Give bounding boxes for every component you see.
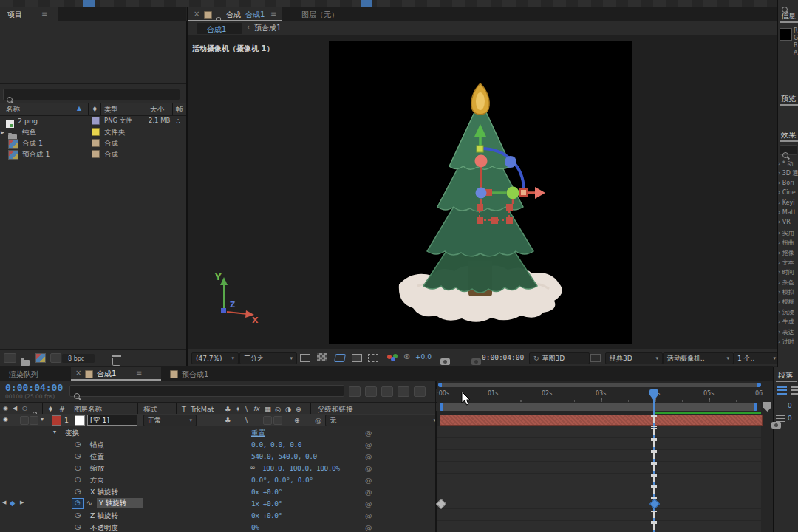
property-row-z-rotation[interactable]: ◷ Z 轴旋转 0x +0.0° @ xyxy=(0,509,436,521)
quality-switch[interactable]: \ xyxy=(245,416,248,424)
reset-link[interactable]: 重置 xyxy=(251,429,265,438)
col-trkmat[interactable]: TrkMat xyxy=(191,405,214,413)
channel-color-icon[interactable] xyxy=(387,355,392,359)
keyframe-add-icon[interactable]: ◆ xyxy=(10,499,15,507)
comp-marker-icon[interactable] xyxy=(771,422,781,429)
blend-mode-dropdown[interactable]: 正常 ▾ xyxy=(143,415,197,426)
property-name-highlight[interactable]: Y 轴旋转 xyxy=(97,498,143,508)
pickwhip-icon[interactable]: @ xyxy=(365,511,372,519)
property-row-x-rotation[interactable]: ◷ X 轴旋转 0x +0.0° @ xyxy=(0,485,436,497)
indent-right-value[interactable]: 0 xyxy=(788,415,792,422)
view-layout-dropdown[interactable]: 活动摄像机.. ▾ xyxy=(663,352,734,364)
shy-switch[interactable]: ♣ xyxy=(225,416,231,424)
property-name[interactable]: 不透明度 xyxy=(90,523,118,532)
sort-asc-icon[interactable]: ▲ xyxy=(77,105,81,112)
hide-shy-layers-toggle[interactable] xyxy=(381,386,393,397)
stopwatch-icon[interactable]: ◷ xyxy=(75,463,81,471)
preview-timecode[interactable]: 0:00:04:00 xyxy=(482,353,524,361)
new-composition-button[interactable] xyxy=(35,353,46,363)
bpc-button[interactable]: 8 bpc xyxy=(62,354,95,363)
expander-icon[interactable]: ▸ xyxy=(1,128,4,136)
label-swatch[interactable] xyxy=(92,117,100,125)
exposure-value[interactable]: +0.0 xyxy=(415,353,432,361)
effects-category[interactable]: › 3D 通 xyxy=(778,169,798,179)
close-icon[interactable]: × xyxy=(75,369,81,377)
layer-tab[interactable]: 图层（无） xyxy=(301,10,338,20)
effects-category[interactable]: › VR xyxy=(778,219,798,228)
layer-name-box[interactable]: [空 1] xyxy=(87,415,137,426)
label-swatch[interactable] xyxy=(92,150,100,158)
project-tab[interactable]: 项目 ≡ xyxy=(0,7,58,21)
work-area-bar[interactable] xyxy=(440,403,757,411)
effects-category[interactable]: › 模糊 xyxy=(778,298,798,307)
property-value[interactable]: 0% xyxy=(251,523,259,531)
crop-region-button[interactable] xyxy=(368,354,378,362)
toolbar-active-tool-highlight[interactable] xyxy=(83,0,95,7)
effects-category[interactable]: › 文本 xyxy=(778,259,798,268)
pickwhip-icon[interactable]: @ xyxy=(365,452,372,460)
effects-panel-tab[interactable]: 效果 xyxy=(781,130,796,140)
property-value[interactable]: 0x +0.0° xyxy=(251,488,282,496)
property-name[interactable]: 方向 xyxy=(90,476,104,485)
project-settings-button[interactable] xyxy=(50,353,61,363)
pickwhip-icon[interactable]: @ xyxy=(365,429,372,437)
effects-category[interactable]: › Keyi xyxy=(778,200,798,209)
effects-category[interactable]: › 时间 xyxy=(778,268,798,278)
fast-previews-button[interactable] xyxy=(300,354,310,362)
align-center-button[interactable] xyxy=(791,386,798,395)
layer-color-swatch[interactable] xyxy=(52,415,61,426)
col-name[interactable]: 名称 xyxy=(6,105,20,115)
breadcrumb-active[interactable]: 合成1 xyxy=(197,23,242,34)
paragraph-panel-tab[interactable]: 段落 xyxy=(778,370,793,381)
property-name[interactable]: Z 轴旋转 xyxy=(90,511,118,521)
link-icon[interactable]: ∞ xyxy=(250,463,256,471)
property-value[interactable]: 0.0°, 0.0°, 0.0° xyxy=(251,476,313,484)
project-row-precomp1[interactable]: 预合成 1 合成 xyxy=(0,149,186,160)
parent-pickwhip-icon[interactable]: @ xyxy=(315,416,322,424)
work-area-end-handle[interactable] xyxy=(754,403,757,411)
indent-left-value[interactable]: 0 xyxy=(788,402,792,409)
property-group-transform[interactable]: ▾ 变换 重置 @ xyxy=(0,426,436,438)
pickwhip-icon[interactable]: @ xyxy=(365,488,372,496)
property-row-anchor[interactable]: ◷ 锚点 0.0, 0.0, 0.0 @ xyxy=(0,438,436,450)
region-of-interest-button[interactable] xyxy=(352,354,362,362)
property-value[interactable]: 100.0, 100.0, 100.0% xyxy=(262,464,339,472)
panel-menu-icon[interactable]: ≡ xyxy=(136,369,142,377)
transparency-grid-button[interactable] xyxy=(317,353,327,361)
pickwhip-icon[interactable]: @ xyxy=(365,523,372,531)
frame-blending-toggle[interactable] xyxy=(398,386,409,397)
stopwatch-icon[interactable]: ◷ xyxy=(75,451,81,460)
effects-category[interactable]: › 抠像 xyxy=(778,249,798,259)
composition-view[interactable] xyxy=(329,41,632,344)
precomp-tab[interactable]: 预合成1 xyxy=(182,369,208,380)
navigator-start-handle[interactable] xyxy=(438,383,442,387)
property-value[interactable]: 540.0, 540.0, 0.0 xyxy=(251,452,317,460)
draft-3d-button[interactable]: ↻ 草图3D xyxy=(529,352,590,364)
panel-menu-icon[interactable]: ≡ xyxy=(41,10,47,18)
label-column-icon[interactable]: ♦ xyxy=(92,105,98,113)
snapshot-icon[interactable] xyxy=(440,358,450,365)
motion-blur-toggle[interactable] xyxy=(414,386,426,397)
switch-cell[interactable] xyxy=(263,416,272,425)
keyframe-next-icon[interactable]: ▶ xyxy=(20,499,24,505)
group-name[interactable]: 变换 xyxy=(65,429,79,438)
project-row-png[interactable]: 2.png PNG 文件 2.1 MB ∴ xyxy=(0,115,186,126)
composition-mini-flowchart-button[interactable] xyxy=(349,386,361,397)
property-name[interactable]: 锚点 xyxy=(90,440,104,450)
audio-cell[interactable] xyxy=(20,416,29,425)
layer-expander-icon[interactable]: ▾ xyxy=(41,416,44,423)
draft-3d-toggle[interactable] xyxy=(365,386,377,397)
layer-row[interactable]: ◉ ▾ 1 [空 1] 正常 ▾ ♣ \ ⊕ @ 无 ▾ xyxy=(0,414,436,426)
effects-category[interactable]: › 过时 xyxy=(778,338,798,347)
property-row-orientation[interactable]: ◷ 方向 0.0°, 0.0°, 0.0° @ xyxy=(0,474,436,485)
effects-category[interactable]: › Matt xyxy=(778,209,798,219)
interpret-footage-button[interactable] xyxy=(4,353,16,363)
view-count-dropdown[interactable]: 1 个.. ▾ xyxy=(733,352,780,364)
property-name[interactable]: X 轴旋转 xyxy=(90,488,118,497)
exposure-icon[interactable]: ⊛ xyxy=(403,352,410,361)
item-name[interactable]: 预合成 1 xyxy=(22,150,50,160)
col-t[interactable]: T xyxy=(182,405,186,413)
effects-category[interactable]: › 表达 xyxy=(778,328,798,338)
col-type[interactable]: 类型 xyxy=(104,105,118,115)
pickwhip-icon[interactable]: @ xyxy=(365,440,372,449)
